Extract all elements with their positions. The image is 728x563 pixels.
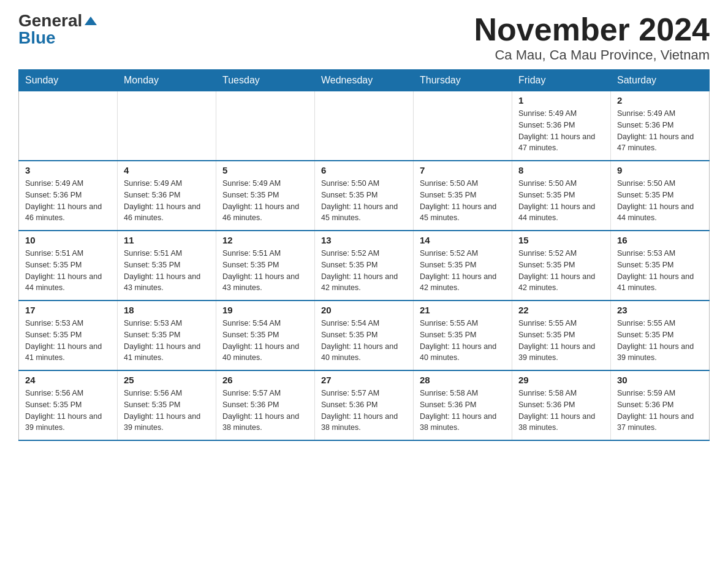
day-number: 24 <box>25 375 111 385</box>
day-of-week-header: Wednesday <box>315 70 414 91</box>
day-info: Sunrise: 5:49 AM Sunset: 5:36 PM Dayligh… <box>124 178 210 224</box>
day-of-week-header: Thursday <box>414 70 512 91</box>
day-info: Sunrise: 5:54 AM Sunset: 5:35 PM Dayligh… <box>321 318 407 364</box>
calendar-day-cell: 1Sunrise: 5:49 AM Sunset: 5:36 PM Daylig… <box>512 91 611 161</box>
calendar-day-cell: 17Sunrise: 5:53 AM Sunset: 5:35 PM Dayli… <box>19 301 118 370</box>
calendar-day-cell: 3Sunrise: 5:49 AM Sunset: 5:36 PM Daylig… <box>19 161 118 231</box>
logo: General Blue <box>18 12 97 47</box>
day-info: Sunrise: 5:51 AM Sunset: 5:35 PM Dayligh… <box>124 248 210 294</box>
day-number: 16 <box>617 235 703 245</box>
day-number: 20 <box>321 305 407 315</box>
calendar-day-cell: 18Sunrise: 5:53 AM Sunset: 5:35 PM Dayli… <box>118 301 216 370</box>
calendar-day-cell: 5Sunrise: 5:49 AM Sunset: 5:35 PM Daylig… <box>216 161 315 231</box>
day-info: Sunrise: 5:51 AM Sunset: 5:35 PM Dayligh… <box>25 248 111 294</box>
calendar-day-cell: 29Sunrise: 5:58 AM Sunset: 5:36 PM Dayli… <box>512 370 611 440</box>
calendar-day-cell: 9Sunrise: 5:50 AM Sunset: 5:35 PM Daylig… <box>611 161 710 231</box>
day-info: Sunrise: 5:49 AM Sunset: 5:36 PM Dayligh… <box>25 178 111 224</box>
calendar-week-row: 24Sunrise: 5:56 AM Sunset: 5:35 PM Dayli… <box>19 370 710 440</box>
calendar-body: 1Sunrise: 5:49 AM Sunset: 5:36 PM Daylig… <box>19 91 710 441</box>
calendar-day-cell: 21Sunrise: 5:55 AM Sunset: 5:35 PM Dayli… <box>414 301 512 370</box>
day-info: Sunrise: 5:53 AM Sunset: 5:35 PM Dayligh… <box>25 318 111 364</box>
day-number: 8 <box>518 165 604 175</box>
calendar-day-cell: 30Sunrise: 5:59 AM Sunset: 5:36 PM Dayli… <box>611 370 710 440</box>
day-number: 2 <box>617 95 703 105</box>
day-number: 23 <box>617 305 703 315</box>
day-info: Sunrise: 5:50 AM Sunset: 5:35 PM Dayligh… <box>321 178 407 224</box>
calendar-day-cell: 24Sunrise: 5:56 AM Sunset: 5:35 PM Dayli… <box>19 370 118 440</box>
day-number: 26 <box>222 375 308 385</box>
calendar-day-cell: 28Sunrise: 5:58 AM Sunset: 5:36 PM Dayli… <box>414 370 512 440</box>
day-info: Sunrise: 5:56 AM Sunset: 5:35 PM Dayligh… <box>124 388 210 434</box>
day-info: Sunrise: 5:57 AM Sunset: 5:36 PM Dayligh… <box>222 388 308 434</box>
day-of-week-header: Friday <box>512 70 611 91</box>
calendar-day-cell: 7Sunrise: 5:50 AM Sunset: 5:35 PM Daylig… <box>414 161 512 231</box>
day-number: 1 <box>518 95 604 105</box>
calendar-week-row: 10Sunrise: 5:51 AM Sunset: 5:35 PM Dayli… <box>19 231 710 301</box>
day-number: 5 <box>222 165 308 175</box>
calendar-week-row: 17Sunrise: 5:53 AM Sunset: 5:35 PM Dayli… <box>19 301 710 370</box>
day-info: Sunrise: 5:52 AM Sunset: 5:35 PM Dayligh… <box>420 248 506 294</box>
calendar-day-cell: 12Sunrise: 5:51 AM Sunset: 5:35 PM Dayli… <box>216 231 315 301</box>
day-number: 27 <box>321 375 407 385</box>
day-number: 4 <box>124 165 210 175</box>
calendar-day-cell: 10Sunrise: 5:51 AM Sunset: 5:35 PM Dayli… <box>19 231 118 301</box>
logo-blue-text: Blue <box>18 29 56 47</box>
day-info: Sunrise: 5:58 AM Sunset: 5:36 PM Dayligh… <box>518 388 604 434</box>
day-info: Sunrise: 5:51 AM Sunset: 5:35 PM Dayligh… <box>222 248 308 294</box>
page-title: November 2024 <box>474 12 710 47</box>
title-block: November 2024 Ca Mau, Ca Mau Province, V… <box>474 12 710 63</box>
day-number: 22 <box>518 305 604 315</box>
day-number: 19 <box>222 305 308 315</box>
calendar-day-cell: 15Sunrise: 5:52 AM Sunset: 5:35 PM Dayli… <box>512 231 611 301</box>
calendar-day-cell: 27Sunrise: 5:57 AM Sunset: 5:36 PM Dayli… <box>315 370 414 440</box>
day-number: 10 <box>25 235 111 245</box>
day-info: Sunrise: 5:58 AM Sunset: 5:36 PM Dayligh… <box>420 388 506 434</box>
page-header: General Blue November 2024 Ca Mau, Ca Ma… <box>18 12 710 63</box>
day-number: 21 <box>420 305 506 315</box>
calendar-day-cell: 13Sunrise: 5:52 AM Sunset: 5:35 PM Dayli… <box>315 231 414 301</box>
day-number: 14 <box>420 235 506 245</box>
calendar-day-cell: 22Sunrise: 5:55 AM Sunset: 5:35 PM Dayli… <box>512 301 611 370</box>
calendar-day-cell: 6Sunrise: 5:50 AM Sunset: 5:35 PM Daylig… <box>315 161 414 231</box>
day-info: Sunrise: 5:56 AM Sunset: 5:35 PM Dayligh… <box>25 388 111 434</box>
calendar-day-cell <box>118 91 216 161</box>
calendar-day-cell <box>216 91 315 161</box>
day-info: Sunrise: 5:55 AM Sunset: 5:35 PM Dayligh… <box>617 318 703 364</box>
calendar-day-cell: 25Sunrise: 5:56 AM Sunset: 5:35 PM Dayli… <box>118 370 216 440</box>
calendar-day-cell: 16Sunrise: 5:53 AM Sunset: 5:35 PM Dayli… <box>611 231 710 301</box>
day-number: 6 <box>321 165 407 175</box>
day-info: Sunrise: 5:59 AM Sunset: 5:36 PM Dayligh… <box>617 388 703 434</box>
logo-general-text: General <box>18 12 82 29</box>
calendar-day-cell: 23Sunrise: 5:55 AM Sunset: 5:35 PM Dayli… <box>611 301 710 370</box>
calendar-table: SundayMondayTuesdayWednesdayThursdayFrid… <box>18 69 710 441</box>
day-number: 13 <box>321 235 407 245</box>
day-info: Sunrise: 5:49 AM Sunset: 5:35 PM Dayligh… <box>222 178 308 224</box>
day-number: 3 <box>25 165 111 175</box>
calendar-header: SundayMondayTuesdayWednesdayThursdayFrid… <box>19 70 710 91</box>
day-info: Sunrise: 5:52 AM Sunset: 5:35 PM Dayligh… <box>321 248 407 294</box>
calendar-week-row: 1Sunrise: 5:49 AM Sunset: 5:36 PM Daylig… <box>19 91 710 161</box>
day-info: Sunrise: 5:50 AM Sunset: 5:35 PM Dayligh… <box>420 178 506 224</box>
day-number: 7 <box>420 165 506 175</box>
day-info: Sunrise: 5:52 AM Sunset: 5:35 PM Dayligh… <box>518 248 604 294</box>
day-info: Sunrise: 5:53 AM Sunset: 5:35 PM Dayligh… <box>124 318 210 364</box>
day-info: Sunrise: 5:49 AM Sunset: 5:36 PM Dayligh… <box>518 108 604 154</box>
calendar-day-cell: 19Sunrise: 5:54 AM Sunset: 5:35 PM Dayli… <box>216 301 315 370</box>
day-number: 9 <box>617 165 703 175</box>
day-number: 25 <box>124 375 210 385</box>
day-number: 30 <box>617 375 703 385</box>
day-of-week-header: Saturday <box>611 70 710 91</box>
day-number: 17 <box>25 305 111 315</box>
day-info: Sunrise: 5:53 AM Sunset: 5:35 PM Dayligh… <box>617 248 703 294</box>
day-info: Sunrise: 5:55 AM Sunset: 5:35 PM Dayligh… <box>420 318 506 364</box>
day-of-week-header: Monday <box>118 70 216 91</box>
day-of-week-header: Sunday <box>19 70 118 91</box>
day-number: 28 <box>420 375 506 385</box>
day-number: 12 <box>222 235 308 245</box>
calendar-day-cell: 20Sunrise: 5:54 AM Sunset: 5:35 PM Dayli… <box>315 301 414 370</box>
page-subtitle: Ca Mau, Ca Mau Province, Vietnam <box>474 47 710 63</box>
day-info: Sunrise: 5:50 AM Sunset: 5:35 PM Dayligh… <box>617 178 703 224</box>
day-of-week-header: Tuesday <box>216 70 315 91</box>
day-info: Sunrise: 5:57 AM Sunset: 5:36 PM Dayligh… <box>321 388 407 434</box>
calendar-day-cell: 2Sunrise: 5:49 AM Sunset: 5:36 PM Daylig… <box>611 91 710 161</box>
